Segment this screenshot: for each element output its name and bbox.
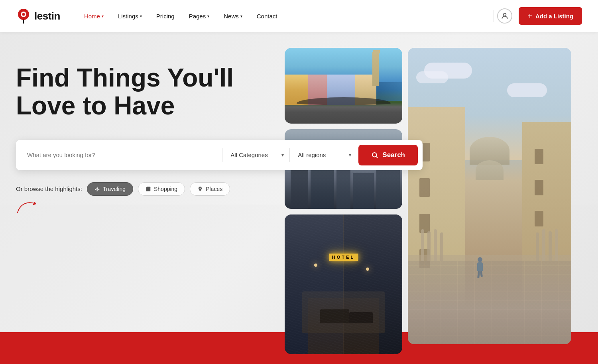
svg-point-3	[504, 13, 506, 16]
search-bar: All Categories Restaurants Hotels Shoppi…	[16, 140, 423, 170]
pin-icon	[197, 186, 203, 192]
site-logo[interactable]: lestin	[16, 8, 60, 24]
highlight-tag-places[interactable]: Places	[190, 182, 230, 196]
highlight-tag-shopping[interactable]: Shopping	[138, 182, 185, 196]
logo-icon	[16, 8, 31, 24]
search-input[interactable]	[21, 148, 220, 162]
news-dropdown-arrow: ▾	[240, 14, 242, 18]
plane-icon	[94, 186, 100, 192]
listings-dropdown-arrow: ▾	[140, 14, 142, 18]
highlight-tag-traveling[interactable]: Traveling	[87, 182, 133, 196]
image-rome	[408, 48, 571, 360]
logo-text: lestin	[34, 10, 60, 22]
image-street: HOTEL	[285, 214, 402, 354]
categories-select-wrapper: All Categories Restaurants Hotels Shoppi…	[224, 148, 288, 162]
hero-images-grid: HOTEL	[279, 32, 598, 364]
main-nav: Home ▾ Listings ▾ Pricing Pages ▾ News ▾…	[84, 13, 490, 20]
user-icon	[501, 12, 509, 20]
site-header: lestin Home ▾ Listings ▾ Pricing Pages ▾…	[0, 0, 598, 32]
nav-item-pages[interactable]: Pages ▾	[189, 13, 210, 20]
highlights-row: Or browse the highlights: Traveling Shop…	[16, 182, 239, 214]
bag-icon	[146, 186, 151, 192]
nav-divider	[494, 10, 494, 22]
search-divider-1	[222, 148, 222, 162]
hero-section: Find Things You'll Love to Have All Cate…	[0, 32, 598, 364]
search-divider-2	[289, 148, 290, 162]
svg-point-2	[22, 13, 25, 16]
nav-item-home[interactable]: Home ▾	[84, 13, 104, 20]
nav-item-news[interactable]: News ▾	[224, 13, 242, 20]
svg-line-5	[376, 156, 378, 158]
image-venice	[285, 48, 402, 124]
search-icon	[371, 152, 378, 159]
user-account-button[interactable]	[497, 8, 512, 24]
regions-select-wrapper: All regions Europe Asia Americas Africa …	[291, 148, 355, 162]
regions-select[interactable]: All regions Europe Asia Americas Africa	[291, 148, 355, 162]
arrow-doodle-icon	[17, 201, 39, 214]
pages-dropdown-arrow: ▾	[207, 14, 209, 18]
plus-icon: +	[527, 12, 532, 21]
highlights-label: Or browse the highlights:	[16, 185, 82, 192]
home-dropdown-arrow: ▾	[102, 14, 104, 18]
search-button[interactable]: Search	[358, 145, 418, 165]
nav-item-pricing[interactable]: Pricing	[156, 13, 175, 20]
hero-headline: Find Things You'll Love to Have	[16, 64, 239, 120]
nav-item-listings[interactable]: Listings ▾	[118, 13, 142, 20]
add-listing-button[interactable]: + Add a Listing	[519, 7, 582, 25]
nav-item-contact[interactable]: Contact	[257, 13, 277, 20]
hero-content: Find Things You'll Love to Have All Cate…	[16, 64, 239, 214]
categories-select[interactable]: All Categories Restaurants Hotels Shoppi…	[224, 148, 288, 162]
svg-point-4	[372, 153, 377, 157]
